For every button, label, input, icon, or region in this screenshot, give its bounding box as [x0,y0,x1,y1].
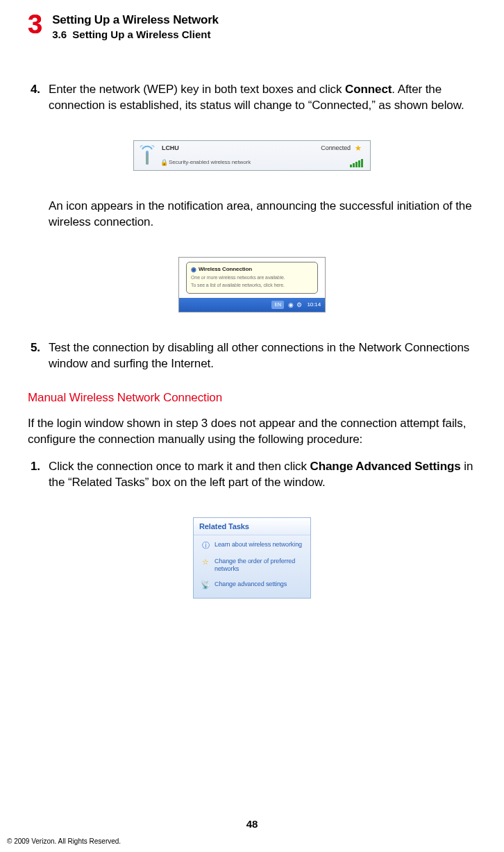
related-tasks-header: Related Tasks [194,518,310,536]
svg-rect-0 [146,152,149,165]
section-name: Setting Up a Wireless Client [72,28,210,40]
text-fragment: Click the connection once to mark it and… [49,460,310,473]
info-icon: ⓘ [201,541,210,551]
step-text: Enter the network (WEP) key in both text… [49,82,476,114]
balloon-line1: One or more wireless networks are availa… [191,275,313,281]
chapter-title: Setting Up a Wireless Network [52,12,219,27]
star-icon: ★ [355,143,362,153]
balloon-title: Wireless Connection [199,266,252,274]
related-task-label: Learn about wireless networking [215,541,302,549]
page-number: 48 [0,818,504,830]
bold-term: Change Advanced Settings [310,460,461,473]
section-title: 3.6 Setting Up a Wireless Client [52,28,219,40]
step-text: Click the connection once to mark it and… [49,459,476,491]
step-number: 1. [31,459,49,491]
connection-status: Connected [321,144,351,152]
svg-point-1 [146,151,149,153]
related-task-item: ⓘ Learn about wireless networking [201,541,303,551]
step-number: 4. [31,82,49,114]
taskbar: EN ◉ ⚙ 10:14 [179,298,325,312]
tray-icons: ◉ ⚙ [288,301,303,309]
related-task-label: Change advanced settings [215,580,287,588]
antenna-icon [138,145,156,166]
related-task-label: Change the order of preferred networks [215,558,303,574]
copyright: © 2009 Verizon. All Rights Reserved. [7,837,121,845]
section-number: 3.6 [52,28,67,40]
figure-related-tasks: Related Tasks ⓘ Learn about wireless net… [193,517,311,599]
step-4-followup: An icon appears in the notification area… [49,199,476,231]
step-4: 4. Enter the network (WEP) key in both t… [31,82,476,114]
chapter-number: 3 [28,11,42,37]
balloon-line2: To see a list of available networks, cli… [191,283,313,289]
manual-step-1: 1. Click the connection once to mark it … [31,459,476,491]
bold-term: Connect [345,83,392,96]
security-label: Security-enabled wireless network [169,159,251,167]
figure-wireless-status: LCHU 🔒 Security-enabled wireless network… [133,140,371,171]
related-task-item: 📡 Change advanced settings [201,580,303,590]
clock: 10:14 [307,301,321,309]
language-indicator: EN [271,301,284,308]
signal-bars-icon [350,159,363,167]
balloon-tooltip: ◉ Wireless Connection One or more wirele… [186,262,318,294]
lock-icon: 🔒 [160,158,168,167]
ssid-label: LCHU [162,144,179,152]
page-header: 3 Setting Up a Wireless Network 3.6 Sett… [28,12,476,40]
step-text: Test the connection by disabling all oth… [49,340,476,372]
antenna-small-icon: 📡 [201,580,210,590]
text-fragment: Enter the network (WEP) key in both text… [49,83,345,96]
star-icon: ☆ [201,558,210,567]
manual-heading: Manual Wireless Network Connection [28,390,476,406]
related-task-item: ☆ Change the order of preferred networks [201,558,303,574]
manual-intro: If the login window shown in step 3 does… [28,416,476,448]
figure-notification-balloon: ◉ Wireless Connection One or more wirele… [178,257,326,312]
wireless-icon: ◉ [191,265,196,274]
step-5: 5. Test the connection by disabling all … [31,340,476,372]
step-number: 5. [31,340,49,372]
